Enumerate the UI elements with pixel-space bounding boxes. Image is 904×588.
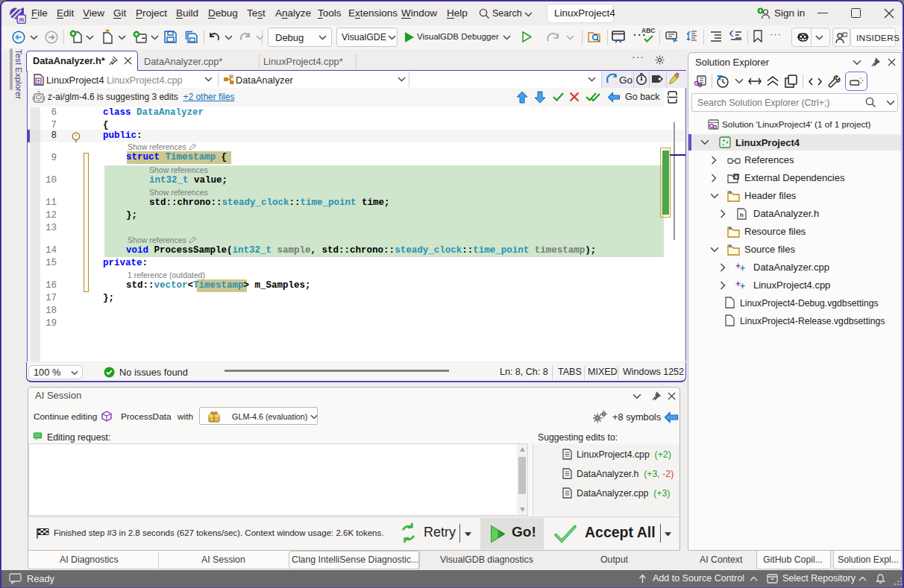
svg-text:h: h: [740, 212, 744, 218]
svg-text:IN: IN: [19, 17, 25, 22]
